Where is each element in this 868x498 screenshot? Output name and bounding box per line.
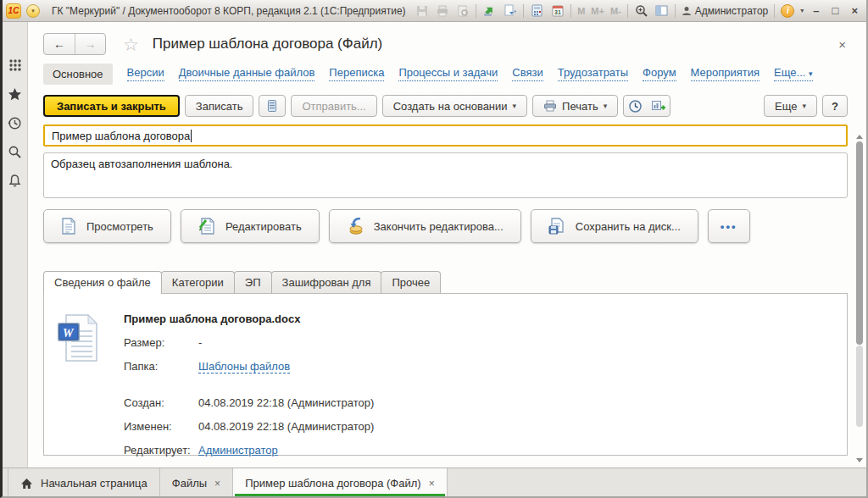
save-icon[interactable] (415, 3, 429, 18)
modified-row: Изменен: 04.08.2019 22:18 (Администратор… (124, 420, 374, 433)
chevron-down-icon: ▾ (809, 69, 813, 78)
scrollbar-track[interactable] (856, 141, 863, 456)
editor-link[interactable]: Администратор (198, 444, 278, 456)
forward-button[interactable]: → (75, 34, 105, 54)
size-label: Размер: (124, 336, 198, 349)
section-nav: Основное Версии Двоичные данные файлов П… (43, 63, 848, 85)
separator (675, 4, 676, 18)
minimize-button[interactable]: – (810, 5, 822, 16)
help-button[interactable]: ? (822, 95, 848, 117)
back-button[interactable]: ← (44, 34, 75, 54)
description-value: Образец автозаполнения шаблона. (51, 158, 232, 170)
create-based-on-button[interactable]: Создать на основании▾ (382, 95, 527, 117)
close-form-icon[interactable]: × (837, 37, 848, 52)
notifications-bell-icon[interactable] (8, 173, 23, 188)
menu-grid-icon[interactable] (8, 58, 23, 73)
save-button[interactable]: Записать (185, 95, 254, 117)
taskbar-tab-files[interactable]: Файлы × (160, 468, 233, 498)
text-cursor (191, 130, 192, 142)
folder-link[interactable]: Шаблоны файлов (198, 360, 290, 374)
memory-mminus-button[interactable]: M- (610, 6, 621, 16)
edit-file-button[interactable]: Редактировать (181, 209, 320, 243)
home-icon (20, 478, 33, 490)
name-input[interactable]: Пример шаблона договора (43, 125, 848, 147)
file-actions: Просмотреть Редактировать Закончить реда… (43, 209, 848, 243)
split-window-icon[interactable] (654, 3, 669, 18)
more-button[interactable]: Еще▾ (764, 95, 817, 117)
memory-m-button[interactable]: M (577, 6, 585, 16)
memory-mplus-button[interactable]: M+ (591, 6, 604, 16)
tab-other[interactable]: Прочее (381, 271, 441, 293)
print-icon[interactable] (435, 3, 449, 18)
tab-signature[interactable]: ЭП (234, 271, 272, 293)
card-stack-button[interactable] (259, 95, 286, 117)
separator (523, 4, 524, 18)
nav-item-correspondence[interactable]: Переписка (329, 66, 384, 80)
send-button[interactable]: Отправить... (291, 95, 376, 117)
search-icon[interactable] (8, 144, 23, 159)
maximize-button[interactable]: □ (829, 5, 843, 16)
created-label: Создан: (124, 396, 198, 409)
command-bar: Записать и закрыть Записать Отправить...… (43, 95, 848, 117)
more-actions-button[interactable]: ••• (708, 209, 750, 243)
document-icon (61, 218, 76, 235)
close-window-button[interactable]: × (848, 5, 861, 16)
taskbar-tab-current[interactable]: Пример шаблона договора (Файл) × (233, 468, 448, 498)
created-row: Создан: 04.08.2019 22:18 (Администратор) (124, 396, 374, 409)
nav-item-main[interactable]: Основное (43, 64, 113, 85)
size-value: - (198, 336, 202, 349)
scroll-down-arrow-icon[interactable] (856, 458, 863, 462)
zoom-icon[interactable] (634, 3, 648, 18)
nav-item-processes[interactable]: Процессы и задачи (398, 66, 498, 80)
folder-label: Папка: (124, 360, 198, 374)
nav-item-more[interactable]: Еще... ▾ (774, 66, 812, 80)
titlebar-tools: 31 M M+ M- Администратор i ▾ – □ × (415, 3, 861, 18)
page-arrow-icon[interactable] (503, 3, 517, 18)
nav-item-links[interactable]: Связи (512, 66, 542, 80)
add-report-chart-icon[interactable] (647, 96, 670, 116)
view-file-button[interactable]: Просмотреть (43, 209, 171, 243)
vertical-scrollbar[interactable] (855, 135, 864, 462)
close-tab-icon[interactable]: × (429, 478, 435, 490)
send-link-icon[interactable] (482, 3, 497, 18)
favorite-star-icon[interactable]: ☆ (123, 36, 139, 53)
taskbar-tab-home[interactable]: Начальная страница (8, 468, 160, 498)
created-value: 04.08.2019 22:18 (Администратор) (198, 396, 374, 409)
window-title: ГК "Меркурий" / Документооборот 8 КОРП, … (52, 5, 406, 17)
nav-item-binary-data[interactable]: Двоичные данные файлов (179, 66, 315, 80)
favorites-star-icon[interactable] (8, 86, 23, 102)
history-nav-group: ← → (43, 33, 106, 55)
save-and-close-button[interactable]: Записать и закрыть (43, 95, 180, 117)
scroll-up-arrow-icon[interactable] (856, 135, 863, 139)
current-user[interactable]: Администратор (682, 5, 769, 17)
description-input[interactable]: Образец автозаполнения шаблона. (43, 152, 848, 198)
chevron-down-icon: ▾ (513, 102, 517, 110)
chronometry-clock-icon[interactable] (624, 96, 647, 116)
print-button[interactable]: Печать▾ (532, 95, 618, 117)
modified-value: 04.08.2019 22:18 (Администратор) (198, 420, 374, 433)
nav-item-forum[interactable]: Форум (643, 66, 676, 80)
save-file-icon (548, 218, 565, 235)
titlebar: 1С ▾ ГК "Меркурий" / Документооборот 8 К… (3, 0, 866, 22)
chevron-down-icon: ▾ (31, 8, 35, 14)
save-to-disk-button[interactable]: Сохранить на диск... (531, 209, 698, 243)
scrollbar-thumb[interactable] (856, 141, 863, 345)
nav-item-labor[interactable]: Трудозатраты (558, 66, 628, 80)
file-name: Пример шаблона договора.docx (124, 313, 374, 325)
finish-editing-button[interactable]: Закончить редактирова... (329, 209, 521, 243)
print-preview-icon[interactable] (455, 3, 470, 18)
calculator-icon[interactable] (530, 3, 544, 18)
nav-item-events[interactable]: Мероприятия (691, 66, 760, 80)
calendar-icon[interactable]: 31 (550, 3, 565, 18)
tab-categories[interactable]: Категории (161, 271, 235, 293)
main-menu-button[interactable]: ▾ (26, 4, 40, 18)
tab-encrypted-for[interactable]: Зашифрован для (271, 271, 382, 293)
tab-file-info[interactable]: Сведения о файле (43, 271, 162, 294)
nav-item-versions[interactable]: Версии (127, 66, 164, 80)
tool-panel-sidebar (3, 22, 28, 468)
scrollbar-thumb-shadow (856, 346, 863, 427)
chevron-down-icon[interactable]: ▾ (800, 7, 804, 14)
history-icon[interactable] (8, 115, 23, 130)
close-tab-icon[interactable]: × (214, 478, 220, 490)
info-icon[interactable]: i (781, 4, 794, 18)
